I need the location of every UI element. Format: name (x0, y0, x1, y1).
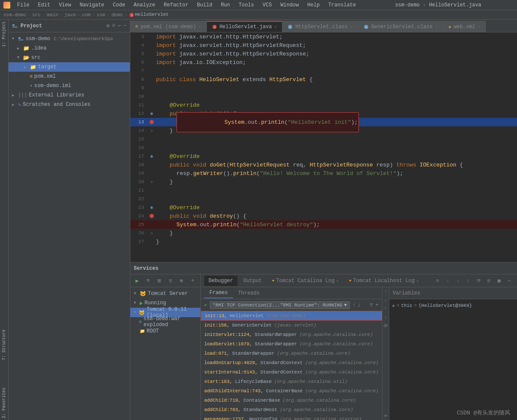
breadcrumb-project[interactable]: ssm-demo (3, 12, 26, 18)
tab-http-close[interactable]: ✕ (350, 24, 353, 29)
debug-tab-debugger[interactable]: Debugger (204, 276, 238, 286)
link-btn[interactable]: ⊕ (177, 277, 186, 285)
frame-item-1[interactable]: init:158, GenericServlet (javax.servlet) (201, 321, 382, 330)
breadcrumb-java[interactable]: java (65, 12, 76, 18)
svc-war[interactable]: ▶ ⚙ ssm-demo:war exploded (130, 317, 200, 327)
panel-expand-icon[interactable]: ≡ (112, 23, 115, 29)
menu-refactor[interactable]: Refactor (162, 1, 190, 9)
split-btn[interactable]: ⊞ (155, 277, 164, 285)
frame-item-5[interactable]: loadOnStartup:4829, StandardContext (org… (201, 358, 382, 368)
frame-list[interactable]: init:13, HelloServlet (com.ssm.demo) ini… (201, 311, 382, 420)
menu-file[interactable]: File (15, 1, 31, 9)
tab-pom[interactable]: m pom.xml (ssm-demo) ✕ (130, 21, 207, 32)
layout-btn[interactable]: ≡ (144, 277, 153, 285)
add-btn[interactable]: + (188, 277, 197, 285)
tab-hello-close[interactable]: ✕ (274, 24, 277, 29)
tab-pom-close[interactable]: ✕ (199, 24, 201, 29)
debug-icon-8[interactable]: ⋯ (505, 277, 514, 285)
rt-btn-2[interactable]: ↓ (382, 297, 389, 303)
frames-sub-tab[interactable]: Frames (204, 288, 233, 298)
debug-tab-catalina[interactable]: ● Tomcat Catalina Log ✕ (268, 276, 343, 286)
menu-tools[interactable]: Tools (237, 1, 256, 9)
panel-settings-icon[interactable]: ⚙ (106, 23, 109, 29)
rt-btn-5[interactable]: ⟳ (382, 322, 389, 329)
debug-icon-4[interactable]: ↑ (464, 277, 473, 285)
menu-navigate[interactable]: Navigate (78, 1, 106, 9)
tree-scratches[interactable]: ▶ ✎ Scratches and Consoles (9, 100, 130, 109)
rt-btn-4[interactable]: ↓ (382, 314, 389, 321)
panel-gear-icon[interactable]: ⋯ (118, 23, 121, 29)
menu-view[interactable]: View (57, 1, 73, 9)
rt-btn-6[interactable]: ∞ (382, 412, 389, 419)
rt-btn-3[interactable]: ↑ (382, 305, 389, 312)
frame-item-6[interactable]: startInternal:5143, StandardContext (org… (201, 368, 382, 377)
breakpoint-24[interactable] (150, 214, 154, 218)
debug-icon-6[interactable]: ⊡ (485, 277, 493, 285)
debug-icon-2[interactable]: ↑ (444, 277, 452, 285)
var-item-this[interactable]: ▶ = this = {HelloServlet@3069} (389, 301, 517, 310)
debug-icon-7[interactable]: ▦ (495, 277, 503, 285)
debug-icon-5[interactable]: ⟳ (474, 277, 483, 285)
breakpoint-13[interactable] (150, 120, 154, 124)
svc-root[interactable]: ▶ 📁 ROOT (130, 327, 200, 336)
menu-edit[interactable]: Edit (36, 1, 52, 9)
thread-down-btn[interactable]: ↓ (358, 302, 361, 308)
frame-item-3[interactable]: loadServlet:1079, StandardWrapper (org.a… (201, 339, 382, 349)
menu-help[interactable]: Help (306, 1, 321, 9)
frame-item-4[interactable]: load:971, StandardWrapper (org.apache.ca… (201, 349, 382, 358)
thread-dropdown[interactable]: *RMI TCP Connection(2..."RMI Runtime": R… (210, 301, 350, 309)
frame-item-7[interactable]: start:183, LifecycleBase (org.apache.cat… (201, 377, 382, 386)
tab-generic-servlet[interactable]: C GenericServlet.class ✕ (358, 21, 444, 32)
menu-window[interactable]: Window (279, 1, 300, 9)
thread-up-btn[interactable]: ↑ (352, 302, 356, 308)
tree-root-ssm-demo[interactable]: ▼ ssm-demo C:\DevelopmentWorkSpa (9, 34, 130, 44)
panel-close-icon[interactable]: — (123, 23, 126, 29)
favorites-tab-icon[interactable]: 2: Favorites (2, 388, 6, 418)
run-button[interactable]: ▶ (133, 277, 141, 285)
debug-tab-localhost[interactable]: ● Tomcat Localhost Log ✕ (345, 276, 423, 286)
frame-item-2[interactable]: initServlet:1124, StandardWrapper (org.a… (201, 330, 382, 339)
threads-sub-tab[interactable]: Threads (233, 288, 264, 298)
filter-btn[interactable]: ▽ (166, 277, 175, 285)
menu-run[interactable]: Run (219, 1, 232, 9)
code-editor[interactable]: 3 import javax.servlet.http.HttpServlet;… (130, 32, 517, 262)
menu-analyze[interactable]: Analyze (132, 1, 157, 9)
tab-generic-close[interactable]: ✕ (435, 24, 438, 29)
tab-web-close[interactable]: ✕ (478, 24, 480, 29)
frame-item-11[interactable]: manageApp:1737, HostConfig (org.apache.c… (201, 414, 382, 420)
breadcrumb-com[interactable]: com (82, 12, 91, 18)
breadcrumb-class[interactable]: JHelloServlet (129, 12, 169, 17)
menu-code[interactable]: Code (111, 1, 127, 9)
rt-btn-1[interactable]: ↑ (382, 288, 389, 295)
tab-web-xml[interactable]: ◈ web.xml ✕ (444, 21, 486, 32)
debug-tab-output[interactable]: Output (239, 276, 266, 286)
tree-target[interactable]: ▶ 📁 target (9, 62, 130, 72)
tab-http-servlet[interactable]: C HttpServlet.class ✕ (282, 21, 358, 32)
tree-idea[interactable]: ▶ 📁 .idea (9, 44, 130, 53)
structure-tab-icon[interactable]: 7: Structure (2, 330, 6, 360)
tree-src[interactable]: ▼ 📂 src (9, 53, 130, 62)
frame-item-0[interactable]: init:13, HelloServlet (com.ssm.demo) (201, 311, 382, 321)
thread-add-btn[interactable]: + (376, 302, 379, 308)
tree-external-libs[interactable]: ▶ ||| External Libraries (9, 90, 130, 100)
breadcrumb-demo[interactable]: demo (112, 12, 123, 18)
thread-filter-btn[interactable]: ▽ (370, 302, 373, 308)
menu-build[interactable]: Build (195, 1, 214, 9)
frame-item-10[interactable]: addChild:703, StandardHost (org.apache.c… (201, 405, 382, 414)
catalina-tab-close[interactable]: ✕ (336, 278, 339, 283)
tab-hello-servlet[interactable]: J HelloServlet.java ✕ (207, 21, 282, 32)
frame-item-8[interactable]: addChildInternal:743, ContainerBase (org… (201, 386, 382, 396)
breadcrumb-main[interactable]: main (47, 12, 58, 18)
breadcrumb-ssm[interactable]: ssm (97, 12, 105, 18)
frame-item-9[interactable]: addChild:719, ContainerBase (org.apache.… (201, 396, 382, 405)
breadcrumb-src[interactable]: src (32, 12, 41, 18)
menu-vcs[interactable]: VCS (261, 1, 274, 9)
debug-icon-3[interactable]: ↓ (454, 277, 462, 285)
debug-icon-1[interactable]: ≡ (433, 277, 442, 285)
localhost-tab-close[interactable]: ✕ (416, 278, 419, 283)
menu-translate[interactable]: Translate (326, 1, 358, 9)
tree-iml[interactable]: ▶ ▪ ssm-demo.iml (9, 81, 130, 90)
tree-pom[interactable]: ▶ m pom.xml (9, 72, 130, 81)
svc-tomcat-server[interactable]: ▼ 🐱 Tomcat Server (130, 289, 200, 298)
project-tab-icon[interactable]: 1: Project (2, 21, 6, 47)
